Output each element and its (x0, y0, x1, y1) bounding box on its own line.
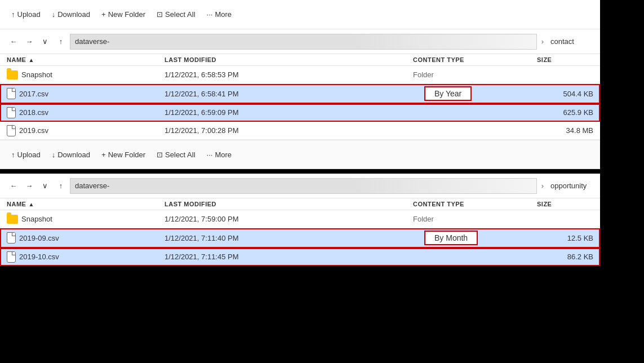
more-label-inline: More (215, 150, 232, 159)
upload-label-inline: Upload (17, 150, 41, 159)
download-icon-1: ↓ (52, 10, 56, 19)
right-black-panel (600, 0, 644, 363)
path-destination-2: opportunity (548, 182, 593, 190)
file-name-cell: 2019-10.csv (7, 251, 165, 263)
select-all-icon-1: ⊡ (157, 10, 163, 19)
file-size: 504.4 KB (537, 90, 593, 98)
file-size: 625.9 KB (537, 108, 593, 117)
file-icon (7, 232, 16, 244)
download-button-inline[interactable]: ↓ Download (47, 148, 95, 161)
forward-button-2[interactable]: → (23, 179, 36, 193)
file-list-header-2: NAME ▲ LAST MODIFIED CONTENT TYPE SIZE (0, 198, 600, 210)
by-month-label: By Month (424, 231, 478, 245)
down-button-1[interactable]: ∨ (38, 35, 52, 48)
folder-icon (7, 215, 18, 224)
file-size: 86.2 KB (537, 253, 593, 261)
path-input-1[interactable] (70, 34, 537, 50)
col-name-1: NAME ▲ (7, 56, 165, 63)
file-type: Folder (413, 70, 537, 79)
col-type-1: CONTENT TYPE (413, 56, 537, 63)
table-row[interactable]: 2019-09.csv 1/12/2021, 7:11:40 PM By Mon… (0, 228, 600, 248)
folder-icon (7, 70, 18, 79)
file-date: 1/12/2021, 6:58:53 PM (165, 70, 413, 79)
more-label-1: More (215, 10, 232, 19)
new-folder-button-1[interactable]: + New Folder (97, 8, 150, 21)
more-button-inline[interactable]: ··· More (202, 148, 236, 161)
file-name: Snapshot (21, 215, 52, 223)
main-container: ↑ Upload ↓ Download + New Folder ⊡ Selec… (0, 0, 600, 363)
file-date: 1/12/2021, 6:59:09 PM (165, 108, 413, 117)
file-icon (7, 107, 16, 118)
section-bottom: ← → ∨ ↑ › opportunity NAME ▲ LAST MODIFI… (0, 174, 600, 266)
file-size: 34.8 MB (537, 126, 593, 135)
upload-label-1: Upload (17, 10, 41, 19)
col-type-2: CONTENT TYPE (413, 201, 537, 207)
section-top: ↑ Upload ↓ Download + New Folder ⊡ Selec… (0, 0, 600, 169)
file-name: Snapshot (21, 70, 52, 79)
file-type: By Year (413, 86, 537, 101)
upload-button-1[interactable]: ↑ Upload (7, 8, 45, 21)
select-all-icon-inline: ⊡ (157, 150, 163, 159)
back-button-2[interactable]: ← (7, 179, 20, 193)
address-bar-1: ← → ∨ ↑ › contact (0, 29, 600, 54)
download-icon-inline: ↓ (52, 150, 56, 159)
upload-icon-inline: ↑ (11, 150, 15, 159)
file-date: 1/12/2021, 7:11:40 PM (165, 234, 413, 242)
upload-icon-1: ↑ (11, 10, 15, 19)
select-all-button-inline[interactable]: ⊡ Select All (152, 148, 199, 161)
address-bar-2: ← → ∨ ↑ › opportunity (0, 174, 600, 198)
toolbar-inline: ↑ Upload ↓ Download + New Folder ⊡ Selec… (0, 140, 600, 169)
file-type: By Month (413, 231, 537, 245)
table-row[interactable]: 2019.csv 1/12/2021, 7:00:28 PM 34.8 MB (0, 122, 600, 140)
file-name: 2019-10.csv (19, 253, 59, 261)
new-folder-label-1: New Folder (108, 10, 145, 19)
table-row[interactable]: Snapshot 1/12/2021, 6:58:53 PM Folder (0, 66, 600, 84)
path-destination-1: contact (548, 37, 593, 46)
file-name-cell: 2019-09.csv (7, 232, 165, 244)
file-name-cell: Snapshot (7, 70, 165, 79)
by-year-label: By Year (424, 86, 472, 101)
file-date: 1/12/2021, 7:00:28 PM (165, 126, 413, 135)
new-folder-label-inline: New Folder (108, 150, 145, 159)
table-row[interactable]: Snapshot 1/12/2021, 7:59:00 PM Folder (0, 210, 600, 228)
file-size: 12.5 KB (537, 234, 593, 242)
more-button-1[interactable]: ··· More (202, 8, 236, 21)
more-icon-inline: ··· (207, 150, 213, 159)
file-type: Folder (413, 215, 537, 223)
back-button-1[interactable]: ← (7, 35, 20, 48)
col-name-2: NAME ▲ (7, 201, 165, 207)
up-button-1[interactable]: ↑ (54, 35, 68, 48)
forward-button-1[interactable]: → (23, 35, 36, 48)
file-date: 1/12/2021, 6:58:41 PM (165, 90, 413, 98)
table-row[interactable]: 2019-10.csv 1/12/2021, 7:11:45 PM 86.2 K… (0, 248, 600, 266)
file-icon (7, 125, 16, 136)
file-date: 1/12/2021, 7:59:00 PM (165, 215, 413, 223)
down-button-2[interactable]: ∨ (38, 179, 52, 193)
table-row[interactable]: 2018.csv 1/12/2021, 6:59:09 PM 625.9 KB (0, 104, 600, 122)
col-modified-1: LAST MODIFIED (165, 56, 413, 63)
file-icon (7, 251, 16, 263)
file-list-header-1: NAME ▲ LAST MODIFIED CONTENT TYPE SIZE (0, 54, 600, 66)
more-icon-1: ··· (207, 10, 213, 19)
table-row[interactable]: 2017.csv 1/12/2021, 6:58:41 PM By Year 5… (0, 84, 600, 104)
download-label-inline: Download (57, 150, 90, 159)
col-size-2: SIZE (537, 201, 593, 207)
new-folder-icon-1: + (101, 10, 106, 19)
path-input-2[interactable] (70, 178, 537, 194)
file-name-cell: 2018.csv (7, 107, 165, 118)
up-button-2[interactable]: ↑ (54, 179, 68, 193)
file-name-cell: 2017.csv (7, 88, 165, 99)
upload-button-inline[interactable]: ↑ Upload (7, 148, 45, 161)
file-name-cell: 2019.csv (7, 125, 165, 136)
path-separator-2: › (539, 182, 546, 190)
section-divider (0, 169, 600, 174)
new-folder-button-inline[interactable]: + New Folder (97, 148, 150, 161)
file-name: 2017.csv (19, 90, 48, 98)
download-button-1[interactable]: ↓ Download (47, 8, 95, 21)
file-date: 1/12/2021, 7:11:45 PM (165, 253, 413, 261)
select-all-button-1[interactable]: ⊡ Select All (152, 8, 199, 21)
new-folder-icon-inline: + (101, 150, 106, 159)
file-icon (7, 88, 16, 99)
sort-arrow-2: ▲ (28, 201, 34, 207)
select-all-label-inline: Select All (165, 150, 195, 159)
